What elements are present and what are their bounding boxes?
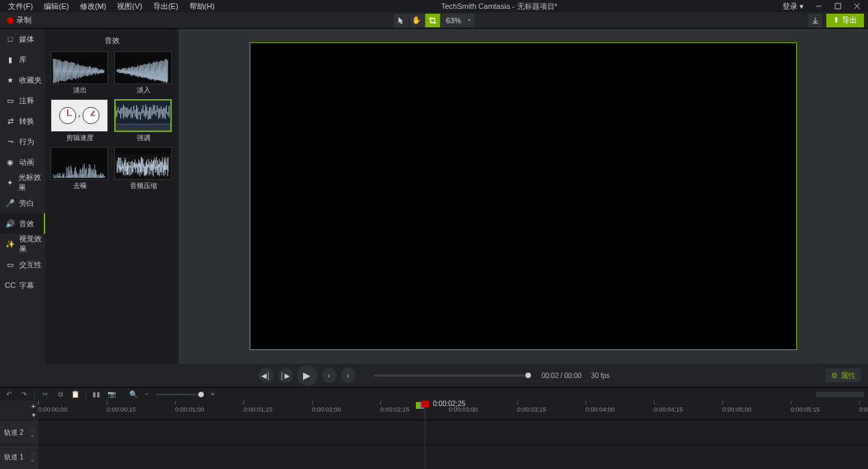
sidebar-item-0[interactable]: □媒体 — [0, 29, 45, 49]
timeline-body[interactable]: 0:00:02;25 0:00:00;000:00:00;150:00:01;0… — [38, 401, 868, 469]
ruler-tick: 0:00:02;00 — [312, 401, 341, 413]
hand-tool[interactable]: ✋ — [409, 14, 424, 27]
zoom-slider[interactable] — [156, 394, 204, 395]
effect-label: 淡入 — [114, 84, 174, 95]
playback-knob[interactable] — [525, 373, 531, 378]
menu-file[interactable]: 文件(F) — [3, 0, 38, 13]
login-dropdown[interactable]: 登录 ▾ — [778, 0, 808, 13]
record-button[interactable]: 录制 — [0, 12, 38, 29]
sidebar-icon: ▭ — [5, 260, 15, 269]
crop-tool[interactable] — [425, 14, 440, 27]
effect-item-emphasis[interactable]: 强调 — [114, 99, 174, 143]
collapse-tracks-button[interactable]: ▾ — [32, 412, 36, 418]
playback-slider[interactable] — [373, 375, 531, 377]
timeline-zoom: 🔍 − + — [129, 390, 218, 399]
sidebar-icon: ▭ — [5, 96, 15, 105]
properties-button[interactable]: ⚙ 属性 — [826, 368, 861, 382]
track-lock-icon[interactable]: ⊃● — [31, 451, 36, 464]
menu-view[interactable]: 视图(V) — [111, 0, 148, 13]
track-header-0[interactable]: 轨道 2⊃● — [0, 420, 38, 444]
sidebar-item-10[interactable]: ✨视觉效果 — [0, 234, 45, 254]
playhead-handle[interactable] — [421, 401, 429, 407]
sidebar-label: 音效 — [19, 219, 34, 229]
effect-label: 淡出 — [51, 84, 110, 95]
sidebar-item-8[interactable]: 🎤旁白 — [0, 193, 45, 213]
ruler-tick: 0:00:03;15 — [517, 401, 547, 413]
menu-edit[interactable]: 编辑(E) — [38, 0, 75, 13]
effect-thumb: › — [51, 99, 108, 132]
split-button[interactable]: ▮▮ — [92, 390, 101, 399]
minimize-button[interactable] — [811, 1, 827, 12]
sidebar-item-11[interactable]: ▭交互性 — [0, 254, 45, 275]
sidebar-label: 转换 — [19, 116, 34, 126]
timeline-ruler[interactable]: 0:00:02;25 0:00:00;000:00:00;150:00:01;0… — [38, 401, 868, 420]
cut-button[interactable]: ✂ — [40, 390, 50, 399]
preview-canvas[interactable] — [250, 42, 797, 350]
sidebar-item-5[interactable]: ⤳行为 — [0, 131, 45, 152]
toolbar: 录制 ✋ 63% ⬆ 导出 — [0, 12, 868, 29]
sidebar-icon: ⇄ — [5, 116, 15, 126]
zoom-select[interactable]: 63% — [440, 14, 475, 27]
menu-share[interactable]: 导出(E) — [148, 0, 184, 13]
step-fwd-button[interactable]: › — [341, 368, 356, 383]
redo-button[interactable]: ↷ — [19, 390, 29, 399]
effect-label: 音频压缩 — [114, 180, 174, 191]
playhead-time: 0:00:02;25 — [433, 401, 465, 407]
sidebar-item-12[interactable]: CC字幕 — [0, 275, 45, 295]
sidebar-icon: ✨ — [5, 239, 15, 249]
download-button[interactable] — [808, 14, 822, 27]
effect-item-speed[interactable]: ›剪辑速度 — [51, 99, 110, 143]
screenshot-button[interactable]: 📷 — [107, 390, 116, 399]
sidebar-label: 视觉效果 — [19, 234, 45, 254]
ruler-tick: 0:00:01;15 — [244, 401, 273, 413]
zoom-in-button[interactable]: + — [208, 390, 218, 399]
effects-panel: 音效 淡出淡入›剪辑速度强调去噪音频压缩 — [45, 29, 179, 364]
ruler-tick: 0:00:00;15 — [107, 401, 136, 413]
zoom-knob[interactable] — [198, 392, 204, 397]
ruler-tick: 0:00:05;00 — [722, 401, 752, 413]
export-button[interactable]: ⬆ 导出 — [826, 14, 864, 27]
paste-button[interactable]: 📋 — [70, 390, 80, 399]
close-button[interactable] — [849, 1, 865, 12]
sidebar-item-1[interactable]: ▮库 — [0, 49, 45, 70]
prev-frame-button[interactable]: ◀│ — [259, 368, 274, 383]
zoom-fit-button[interactable]: 🔍 — [129, 390, 138, 399]
ruler-tick: 0:00:02;15 — [380, 401, 410, 413]
play-button[interactable]: ▶ — [297, 365, 317, 386]
sidebar-item-4[interactable]: ⇄转换 — [0, 111, 45, 131]
svg-rect-1 — [835, 3, 841, 9]
effect-item-fadeout[interactable]: 淡出 — [51, 51, 110, 95]
select-tool[interactable] — [393, 14, 408, 27]
ruler-tick: 0:00:01;00 — [175, 401, 205, 413]
sidebar-label: 收藏夹 — [19, 75, 42, 85]
effect-item-denoise[interactable]: 去噪 — [51, 147, 110, 191]
next-frame-button[interactable]: │▶ — [278, 368, 293, 383]
sidebar-item-9[interactable]: 🔊音效 — [0, 213, 45, 234]
track-row-1[interactable] — [38, 444, 868, 469]
undo-button[interactable]: ↶ — [4, 390, 14, 399]
playback-time: 00:02 / 00:00 — [542, 372, 581, 379]
track-header-1[interactable]: 轨道 1⊃● — [0, 444, 38, 469]
record-label: 录制 — [16, 15, 31, 25]
sidebar-item-6[interactable]: ◉动画 — [0, 152, 45, 172]
sidebar-icon: ◉ — [5, 157, 15, 167]
effect-item-compress[interactable]: 音频压缩 — [114, 147, 174, 191]
canvas-tools: ✋ 63% — [393, 14, 475, 27]
sidebar-item-2[interactable]: ★收藏夹 — [0, 70, 45, 90]
sidebar-item-7[interactable]: ✦光标效果 — [0, 172, 45, 193]
step-back-button[interactable]: ‹ — [321, 368, 337, 383]
menu-help[interactable]: 帮助(H) — [184, 0, 220, 13]
timeline: + ▾ 轨道 2⊃●轨道 1⊃● 0:00:02;25 0:00:00;000:… — [0, 401, 868, 469]
add-track-button[interactable]: + — [31, 402, 36, 410]
copy-button[interactable]: ⧉ — [55, 390, 65, 399]
track-lock-icon[interactable]: ⊃● — [31, 427, 36, 439]
sidebar-label: 行为 — [19, 137, 34, 147]
timeline-scrollbar[interactable] — [816, 392, 864, 397]
timeline-playhead[interactable]: 0:00:02;25 — [425, 401, 425, 469]
effect-item-fadein[interactable]: 淡入 — [114, 51, 174, 95]
zoom-out-button[interactable]: − — [142, 390, 152, 399]
track-row-0[interactable] — [38, 420, 868, 444]
maximize-button[interactable] — [830, 1, 846, 12]
menu-modify[interactable]: 修改(M) — [75, 0, 112, 13]
sidebar-item-3[interactable]: ▭注释 — [0, 90, 45, 111]
